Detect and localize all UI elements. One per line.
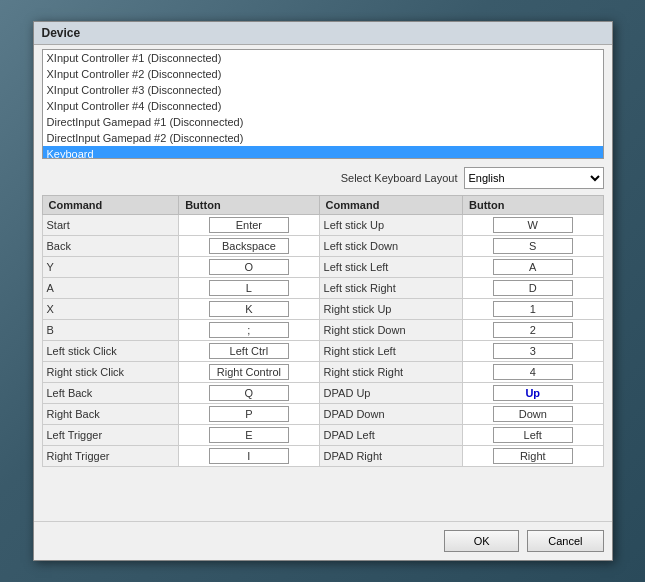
table-row: Left BackQDPAD UpUp [42,383,603,404]
command-cell: Left stick Right [319,278,462,299]
device-dialog: Device XInput Controller #1 (Disconnecte… [33,21,613,561]
command-cell: DPAD Up [319,383,462,404]
command-cell: Start [42,215,179,236]
table-row: Left stick ClickLeft CtrlRight stick Lef… [42,341,603,362]
command-cell: Left Back [42,383,179,404]
command-cell: DPAD Right [319,446,462,467]
table-row: B;Right stick Down2 [42,320,603,341]
col-command2: Command [319,196,462,215]
button-cell[interactable]: Down [463,404,603,425]
table-row: Right stick ClickRight ControlRight stic… [42,362,603,383]
button-cell[interactable]: L [179,278,319,299]
command-cell: Right Trigger [42,446,179,467]
button-cell[interactable]: S [463,236,603,257]
command-cell: Left stick Left [319,257,462,278]
col-button1: Button [179,196,319,215]
button-cell[interactable]: Backspace [179,236,319,257]
button-cell[interactable]: Right [463,446,603,467]
device-list-item[interactable]: DirectInput Gamepad #1 (Disconnected) [43,114,603,130]
command-cell: DPAD Down [319,404,462,425]
button-cell[interactable]: 4 [463,362,603,383]
button-cell[interactable]: 3 [463,341,603,362]
cancel-button[interactable]: Cancel [527,530,603,552]
button-cell[interactable]: 1 [463,299,603,320]
table-row: YOLeft stick LeftA [42,257,603,278]
table-row: XKRight stick Up1 [42,299,603,320]
command-cell: Left stick Up [319,215,462,236]
button-cell[interactable]: 2 [463,320,603,341]
device-list[interactable]: XInput Controller #1 (Disconnected)XInpu… [42,49,604,159]
button-cell[interactable]: D [463,278,603,299]
keyboard-layout-select[interactable]: EnglishJapaneseGermanFrench [464,167,604,189]
command-cell: X [42,299,179,320]
button-cell[interactable]: Right Control [179,362,319,383]
command-cell: Right Back [42,404,179,425]
mapping-table: Command Button Command Button StartEnter… [42,195,604,467]
command-cell: Left stick Click [42,341,179,362]
col-command1: Command [42,196,179,215]
keyboard-layout-row: Select Keyboard Layout EnglishJapaneseGe… [34,163,612,193]
command-cell: Right stick Click [42,362,179,383]
command-cell: Left Trigger [42,425,179,446]
button-cell[interactable]: K [179,299,319,320]
col-button2: Button [463,196,603,215]
dialog-title: Device [34,22,612,45]
button-cell[interactable]: Left [463,425,603,446]
button-cell[interactable]: Q [179,383,319,404]
keyboard-layout-label: Select Keyboard Layout [341,172,458,184]
device-list-item[interactable]: DirectInput Gamepad #2 (Disconnected) [43,130,603,146]
button-cell[interactable]: W [463,215,603,236]
button-cell[interactable]: I [179,446,319,467]
device-list-item[interactable]: XInput Controller #1 (Disconnected) [43,50,603,66]
dialog-footer: OK Cancel [34,521,612,560]
device-section: XInput Controller #1 (Disconnected)XInpu… [34,45,612,163]
button-cell[interactable]: O [179,257,319,278]
device-list-item[interactable]: XInput Controller #3 (Disconnected) [43,82,603,98]
device-list-item[interactable]: XInput Controller #4 (Disconnected) [43,98,603,114]
command-cell: Back [42,236,179,257]
table-row: Right TriggerIDPAD RightRight [42,446,603,467]
command-cell: Right stick Left [319,341,462,362]
table-row: BackBackspaceLeft stick DownS [42,236,603,257]
device-list-item[interactable]: Keyboard [43,146,603,159]
button-cell[interactable]: ; [179,320,319,341]
table-row: Left TriggerEDPAD LeftLeft [42,425,603,446]
ok-button[interactable]: OK [444,530,519,552]
device-list-item[interactable]: XInput Controller #2 (Disconnected) [43,66,603,82]
command-cell: Left stick Down [319,236,462,257]
command-cell: Right stick Up [319,299,462,320]
table-row: StartEnterLeft stick UpW [42,215,603,236]
button-cell[interactable]: Enter [179,215,319,236]
table-row: Right BackPDPAD DownDown [42,404,603,425]
button-cell[interactable]: Up [463,383,603,404]
button-cell[interactable]: Left Ctrl [179,341,319,362]
command-cell: Right stick Right [319,362,462,383]
command-cell: A [42,278,179,299]
command-cell: Y [42,257,179,278]
button-cell[interactable]: P [179,404,319,425]
mapping-table-section: Command Button Command Button StartEnter… [34,193,612,521]
command-cell: B [42,320,179,341]
command-cell: DPAD Left [319,425,462,446]
button-cell[interactable]: A [463,257,603,278]
button-cell[interactable]: E [179,425,319,446]
table-row: ALLeft stick RightD [42,278,603,299]
command-cell: Right stick Down [319,320,462,341]
